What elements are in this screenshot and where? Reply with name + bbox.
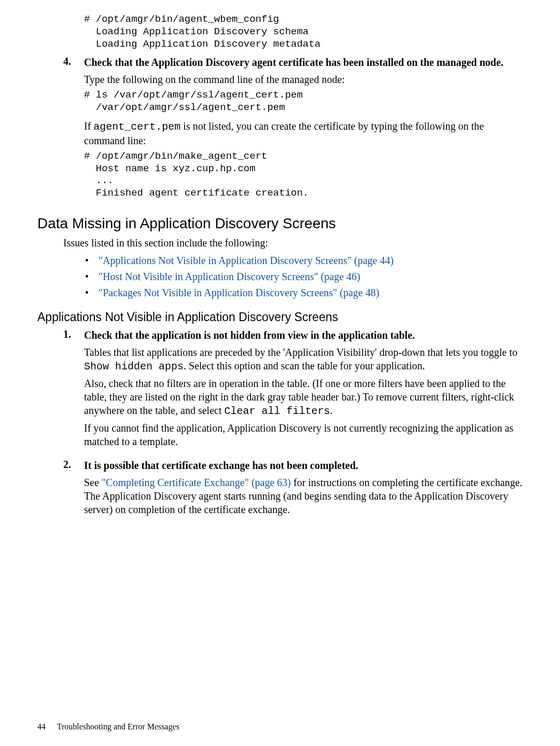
list-item: "Host Not Visible in Application Discove…	[85, 269, 523, 285]
list-item: "Packages Not Visible in Application Dis…	[85, 285, 523, 301]
xref-link[interactable]: "Packages Not Visible in Application Dis…	[99, 287, 379, 298]
text: If	[84, 120, 93, 132]
text: Tables that list applications are preced…	[84, 347, 517, 358]
step-paragraph: See "Completing Certificate Exchange" (p…	[84, 476, 523, 516]
section-heading: Data Missing in Application Discovery Sc…	[37, 215, 523, 232]
step-paragraph: Also, check that no filters are in opera…	[84, 377, 523, 418]
step-number: 4.	[63, 56, 84, 205]
section-body: Issues listed in this section include th…	[63, 236, 523, 301]
text: . Select this option and scan the table …	[184, 360, 425, 371]
step-body: Check that the Application Discovery age…	[84, 56, 523, 205]
step-2: 2. It is possible that certificate excha…	[63, 459, 523, 519]
section-intro: Issues listed in this section include th…	[63, 236, 523, 250]
step-title: Check that the Application Discovery age…	[84, 56, 523, 70]
xref-link[interactable]: "Applications Not Visible in Application…	[99, 255, 394, 266]
step-4: 4. Check that the Application Discovery …	[63, 56, 523, 205]
code-block-ls: # ls /var/opt/amgr/ssl/agent_cert.pem /v…	[84, 89, 523, 114]
page-footer: 44 Troubleshooting and Error Messages	[37, 722, 179, 731]
step-body: It is possible that certificate exchange…	[84, 459, 523, 519]
code-block-makecert: # /opt/amgr/bin/make_agent_cert Host nam…	[84, 150, 523, 200]
chapter-title: Troubleshooting and Error Messages	[57, 722, 179, 731]
step-number: 1.	[63, 328, 84, 451]
step-number: 2.	[63, 459, 84, 519]
code-block-wbem: # /opt/amgr/bin/agent_wbem_config Loadin…	[84, 13, 523, 50]
list-item: "Applications Not Visible in Application…	[85, 253, 523, 269]
step-1: 1. Check that the application is not hid…	[63, 328, 523, 451]
step-paragraph: Tables that list applications are preced…	[84, 346, 523, 374]
step-paragraph: If you cannot find the application, Appl…	[84, 421, 523, 448]
step-paragraph: If agent_cert.pem is not listed, you can…	[84, 119, 523, 147]
inline-code: agent_cert.pem	[93, 121, 180, 133]
text: See	[84, 477, 102, 488]
subsection-heading: Applications Not Visible in Application …	[37, 310, 523, 324]
xref-link[interactable]: "Host Not Visible in Application Discove…	[99, 271, 360, 282]
page-container: # /opt/amgr/bin/agent_wbem_config Loadin…	[0, 0, 560, 746]
step-paragraph: Type the following on the command line o…	[84, 73, 523, 86]
link-list: "Applications Not Visible in Application…	[85, 253, 523, 301]
step-title: Check that the application is not hidden…	[84, 328, 523, 342]
page-number: 44	[37, 722, 46, 731]
xref-link[interactable]: "Completing Certificate Exchange" (page …	[102, 477, 291, 488]
step-title: It is possible that certificate exchange…	[84, 459, 523, 473]
text: .	[330, 405, 333, 416]
inline-code: Clear all filters	[224, 405, 330, 417]
step-body: Check that the application is not hidden…	[84, 328, 523, 451]
continuation-block: # /opt/amgr/bin/agent_wbem_config Loadin…	[84, 13, 523, 50]
inline-code: Show hidden apps	[84, 361, 184, 372]
